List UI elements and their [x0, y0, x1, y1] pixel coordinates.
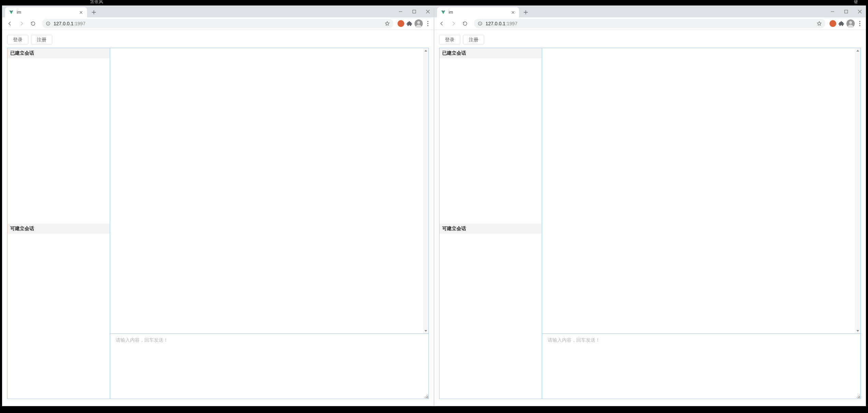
browser-window: im [434, 5, 866, 406]
nav-back-icon[interactable] [437, 19, 447, 28]
site-info-icon[interactable] [477, 21, 483, 26]
input-panel [542, 333, 860, 399]
register-button[interactable]: 注册 [463, 35, 484, 44]
chat-area [110, 48, 429, 399]
established-sessions-list[interactable] [8, 58, 110, 224]
window-left-container: im [2, 5, 434, 406]
desktop-text-fragment-right: 键 [854, 0, 858, 3]
vue-favicon-icon [9, 10, 14, 15]
available-sessions-section: 可建立会话 [439, 224, 542, 399]
extension-icon[interactable] [397, 20, 404, 27]
messages-area[interactable] [110, 48, 429, 333]
established-sessions-section: 已建立会话 [439, 48, 542, 224]
profile-avatar-icon[interactable] [415, 19, 423, 28]
toolbar: 127.0.0.1:1997 [434, 17, 866, 30]
available-sessions-header: 可建立会话 [8, 224, 110, 234]
scroll-down-icon[interactable] [855, 328, 860, 333]
available-sessions-header: 可建立会话 [439, 224, 542, 234]
desktop-text-fragment: 笘依风 [90, 0, 103, 3]
messages-scrollbar[interactable] [855, 48, 860, 333]
svg-point-13 [859, 21, 860, 22]
main-layout: 已建立会话 可建立会话 [439, 48, 861, 399]
vue-favicon-icon [440, 10, 446, 15]
svg-rect-0 [413, 10, 416, 13]
message-input[interactable] [110, 334, 429, 399]
scroll-up-icon[interactable] [423, 48, 429, 54]
established-sessions-list[interactable] [439, 58, 542, 224]
tab-close-icon[interactable] [78, 10, 84, 15]
login-button[interactable]: 登录 [439, 35, 460, 44]
address-bar[interactable]: 127.0.0.1:1997 [42, 19, 393, 28]
svg-rect-8 [845, 10, 848, 13]
message-input[interactable] [542, 334, 860, 399]
established-sessions-header: 已建立会话 [8, 48, 110, 58]
bookmark-star-icon[interactable] [816, 21, 822, 26]
svg-point-4 [417, 21, 420, 24]
svg-point-2 [48, 23, 48, 23]
scroll-track[interactable] [855, 54, 860, 328]
chrome-menu-icon[interactable] [425, 20, 431, 27]
extensions-puzzle-icon[interactable] [838, 20, 844, 27]
chrome-menu-icon[interactable] [857, 20, 863, 27]
window-minimize-icon[interactable] [398, 9, 403, 14]
established-sessions-section: 已建立会话 [8, 48, 110, 224]
address-text: 127.0.0.1:1997 [486, 21, 814, 26]
available-sessions-list[interactable] [439, 234, 542, 399]
nav-forward-icon[interactable] [449, 19, 458, 28]
available-sessions-section: 可建立会话 [8, 224, 110, 399]
nav-reload-icon[interactable] [460, 19, 470, 28]
svg-point-5 [427, 21, 428, 22]
svg-point-7 [427, 25, 428, 26]
nav-reload-icon[interactable] [28, 19, 38, 28]
messages-scrollbar[interactable] [423, 48, 429, 333]
window-close-icon[interactable] [425, 9, 430, 14]
extensions-puzzle-icon[interactable] [406, 20, 413, 27]
window-controls [830, 6, 866, 17]
address-bar[interactable]: 127.0.0.1:1997 [474, 19, 825, 28]
sidebar: 已建立会话 可建立会话 [439, 48, 542, 399]
titlebar: im [434, 6, 866, 17]
tab-close-icon[interactable] [510, 10, 516, 15]
tabstrip: im [434, 6, 866, 17]
window-maximize-icon[interactable] [844, 9, 849, 14]
main-layout: 已建立会话 可建立会话 [7, 48, 429, 399]
auth-button-row: 登录 注册 [7, 35, 429, 44]
window-minimize-icon[interactable] [830, 9, 835, 14]
svg-point-14 [859, 23, 860, 24]
profile-avatar-icon[interactable] [847, 19, 855, 28]
new-tab-button[interactable] [521, 8, 531, 17]
page-content: 登录 注册 已建立会话 可建立会话 [434, 30, 866, 406]
extension-icon[interactable] [829, 20, 836, 27]
window-close-icon[interactable] [857, 9, 862, 14]
browser-tab[interactable]: im [5, 7, 87, 17]
scroll-track[interactable] [423, 54, 429, 328]
new-tab-button[interactable] [89, 8, 99, 17]
chat-area [542, 48, 860, 399]
site-info-icon[interactable] [45, 21, 51, 26]
tab-title: im [17, 10, 75, 15]
tab-title: im [449, 10, 507, 15]
auth-button-row: 登录 注册 [439, 35, 861, 44]
svg-point-15 [859, 25, 860, 26]
titlebar: im [2, 6, 434, 17]
page-content: 登录 注册 已建立会话 可建立会话 [2, 30, 434, 406]
sidebar: 已建立会话 可建立会话 [8, 48, 110, 399]
address-text: 127.0.0.1:1997 [54, 21, 382, 26]
login-button[interactable]: 登录 [7, 35, 28, 44]
messages-area[interactable] [542, 48, 860, 333]
browser-tab[interactable]: im [437, 7, 519, 17]
bookmark-star-icon[interactable] [385, 21, 390, 26]
scroll-up-icon[interactable] [855, 48, 860, 54]
window-maximize-icon[interactable] [412, 9, 417, 14]
browser-window: im [2, 5, 434, 406]
register-button[interactable]: 注册 [31, 35, 52, 44]
nav-forward-icon[interactable] [17, 19, 26, 28]
textarea-resize-grip-icon[interactable] [856, 395, 860, 398]
textarea-resize-grip-icon[interactable] [424, 395, 428, 398]
available-sessions-list[interactable] [8, 234, 110, 399]
input-panel [110, 333, 429, 399]
scroll-down-icon[interactable] [423, 328, 429, 333]
nav-back-icon[interactable] [5, 19, 15, 28]
toolbar: 127.0.0.1:1997 [2, 17, 434, 30]
svg-point-12 [849, 21, 852, 24]
